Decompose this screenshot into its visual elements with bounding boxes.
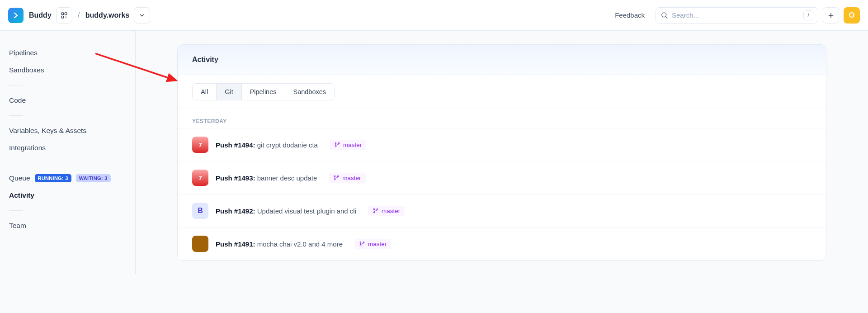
- branch-icon: [333, 175, 340, 181]
- branch-name: master: [343, 142, 362, 148]
- tab-all[interactable]: All: [193, 84, 217, 100]
- svg-point-3: [65, 16, 66, 17]
- svg-point-4: [662, 13, 666, 17]
- push-id: Push #1493:: [216, 174, 255, 182]
- branch-badge[interactable]: master: [330, 140, 366, 150]
- svg-point-17: [363, 242, 364, 243]
- author-avatar: B: [192, 203, 208, 219]
- sidebar-separator: [9, 163, 23, 163]
- commit-message: Updated visual test plugin and cli: [255, 207, 356, 215]
- grid-icon: [61, 12, 68, 19]
- commit-message: git crypt dodanie cta: [255, 141, 318, 149]
- workspace-switcher-button[interactable]: [56, 7, 72, 24]
- author-avatar: 7: [192, 170, 208, 186]
- push-id: Push #1494:: [216, 141, 255, 149]
- sidebar: Pipelines Sandboxes Code Variables, Keys…: [0, 31, 136, 274]
- activity-row[interactable]: B Push #1492: Updated visual test plugin…: [178, 194, 826, 227]
- svg-rect-1: [65, 13, 67, 15]
- sidebar-item-variables[interactable]: Variables, Keys & Assets: [9, 122, 126, 139]
- sidebar-item-code[interactable]: Code: [9, 92, 126, 109]
- sidebar-item-team[interactable]: Team: [9, 217, 126, 234]
- section-label-yesterday: YESTERDAY: [178, 109, 826, 128]
- sidebar-item-pipelines[interactable]: Pipelines: [9, 44, 126, 62]
- sidebar-item-queue[interactable]: Queue RUNNING: 3 WAITING: 3: [9, 170, 126, 187]
- breadcrumb-separator: /: [78, 10, 80, 20]
- tab-pipelines[interactable]: Pipelines: [242, 84, 285, 100]
- tab-sandboxes[interactable]: Sandboxes: [285, 84, 335, 100]
- activity-text: Push #1492: Updated visual test plugin a…: [216, 207, 356, 215]
- user-avatar[interactable]: O: [844, 7, 860, 24]
- author-avatar: [192, 236, 208, 252]
- branch-badge[interactable]: master: [354, 239, 391, 249]
- branch-icon: [334, 142, 340, 148]
- branch-name: master: [382, 208, 400, 214]
- activity-tabs: All Git Pipelines Sandboxes: [192, 83, 335, 100]
- header: Buddy / buddy.works Feedback / O: [0, 0, 868, 31]
- sidebar-separator: [9, 210, 23, 211]
- push-id: Push #1492:: [216, 207, 255, 215]
- activity-tabs-row: All Git Pipelines Sandboxes: [178, 75, 826, 100]
- plus-icon: [827, 12, 835, 19]
- activity-text: Push #1491: mocha chai v2.0 and 4 more: [216, 240, 343, 248]
- queue-waiting-badge: WAITING: 3: [76, 174, 111, 182]
- svg-point-11: [337, 175, 339, 177]
- activity-row[interactable]: 7 Push #1494: git crypt dodanie cta mast…: [178, 128, 826, 161]
- svg-point-8: [338, 142, 340, 144]
- sidebar-separator: [9, 85, 23, 85]
- branch-icon: [373, 208, 379, 214]
- author-avatar: 7: [192, 137, 208, 153]
- search-kbd-hint: /: [803, 10, 813, 20]
- svg-point-13: [373, 212, 375, 213]
- tab-git[interactable]: Git: [217, 84, 242, 100]
- activity-card-header: Activity: [178, 45, 826, 75]
- svg-point-12: [373, 209, 375, 210]
- logo-icon: [8, 8, 24, 23]
- commit-message: mocha chai v2.0 and 4 more: [255, 240, 343, 248]
- queue-running-badge: RUNNING: 3: [35, 174, 71, 182]
- chevron-down-icon: [139, 12, 145, 19]
- branch-name: master: [368, 241, 387, 247]
- svg-point-6: [335, 142, 336, 144]
- svg-point-9: [334, 175, 335, 177]
- svg-rect-0: [61, 13, 64, 15]
- branch-name: master: [342, 175, 361, 181]
- breadcrumb-project[interactable]: buddy.works: [85, 11, 130, 19]
- search-input[interactable]: [672, 11, 803, 19]
- svg-point-16: [360, 245, 361, 246]
- add-button[interactable]: [823, 7, 839, 24]
- svg-point-15: [360, 242, 361, 243]
- sidebar-item-activity[interactable]: Activity: [9, 187, 126, 204]
- svg-rect-2: [61, 16, 64, 18]
- svg-point-7: [335, 146, 336, 147]
- search-icon: [660, 11, 668, 19]
- svg-point-14: [377, 209, 378, 210]
- activity-text: Push #1493: banner desc update: [216, 174, 317, 182]
- sidebar-separator: [9, 115, 23, 116]
- activity-row[interactable]: Push #1491: mocha chai v2.0 and 4 more m…: [178, 227, 826, 260]
- push-id: Push #1491:: [216, 240, 255, 248]
- branch-badge[interactable]: master: [329, 173, 365, 183]
- sidebar-item-label: Queue: [9, 174, 30, 182]
- search-input-wrap[interactable]: /: [656, 7, 818, 24]
- brand-name[interactable]: Buddy: [29, 11, 52, 19]
- sidebar-item-integrations[interactable]: Integrations: [9, 139, 126, 156]
- activity-row[interactable]: 7 Push #1493: banner desc update master: [178, 161, 826, 194]
- activity-text: Push #1494: git crypt dodanie cta: [216, 141, 318, 149]
- activity-card: Activity All Git Pipelines Sandboxes YES…: [177, 44, 826, 261]
- sidebar-item-sandboxes[interactable]: Sandboxes: [9, 62, 126, 79]
- commit-message: banner desc update: [255, 174, 317, 182]
- branch-icon: [359, 241, 365, 247]
- feedback-link[interactable]: Feedback: [615, 11, 645, 19]
- svg-point-10: [334, 179, 335, 180]
- activity-title: Activity: [192, 56, 811, 64]
- main-content: Activity All Git Pipelines Sandboxes YES…: [136, 31, 868, 274]
- branch-badge[interactable]: master: [368, 206, 405, 216]
- breadcrumb-dropdown-button[interactable]: [134, 7, 150, 24]
